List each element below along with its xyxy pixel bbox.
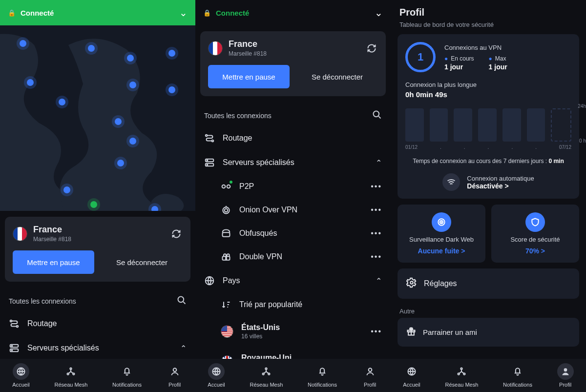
connection-server: Marseille #818 (229, 50, 267, 57)
chart-xend: 07/12 (559, 144, 571, 150)
nav-mesh[interactable]: Réseau Mesh (54, 363, 87, 388)
obfuscated-item[interactable]: Obfusqués ••• (195, 222, 391, 245)
p2p-item[interactable]: P2P ••• (195, 175, 391, 198)
tile-score[interactable]: Score de sécurité 70% > (491, 205, 579, 263)
nav-profile[interactable]: Profil (167, 363, 183, 388)
connection-server: Marseille #818 (33, 236, 71, 243)
pause-button[interactable]: Mettre en pause (208, 65, 290, 88)
chevron-down-icon[interactable]: ⌄ (179, 7, 188, 19)
svg-point-36 (441, 222, 442, 223)
nav-home[interactable]: Accueil (208, 363, 225, 388)
wifi-icon (442, 173, 460, 191)
search-icon[interactable] (177, 295, 187, 307)
country-us-sub: 16 villes (241, 333, 280, 340)
server-point[interactable] (127, 55, 134, 62)
server-point-connected[interactable] (90, 201, 97, 208)
server-point[interactable] (88, 45, 95, 52)
pause-button[interactable]: Mettre en pause (13, 250, 94, 274)
nav-mesh[interactable]: Réseau Mesh (445, 363, 478, 388)
auto-label: Connexion automatique (467, 175, 534, 182)
bell-icon (509, 363, 526, 380)
status-text: Connecté (21, 9, 179, 17)
server-point[interactable] (63, 186, 70, 193)
gift-icon (406, 327, 416, 338)
legend-current-label: En cours (451, 55, 474, 62)
refresh-icon[interactable] (365, 42, 378, 55)
chevron-down-icon[interactable]: ⌄ (375, 7, 383, 19)
nav-mesh[interactable]: Réseau Mesh (250, 363, 283, 388)
more-icon[interactable]: ••• (371, 229, 382, 238)
status-text: Connecté (216, 9, 375, 17)
chart-bar (405, 108, 424, 142)
gear-icon (406, 277, 417, 290)
refresh-icon[interactable] (170, 227, 183, 240)
server-map[interactable] (0, 25, 195, 211)
nav-home-label: Accueil (208, 382, 225, 388)
server-point[interactable] (115, 118, 122, 125)
nav-profile[interactable]: Profil (557, 363, 574, 388)
onion-item[interactable]: Onion Over VPN ••• (195, 198, 391, 222)
server-point[interactable] (168, 86, 175, 93)
vpn-conn-label: Connexions au VPN (444, 44, 571, 51)
status-bar[interactable]: 🔒 Connecté ⌄ (0, 0, 195, 25)
routing-item[interactable]: Routage (0, 311, 195, 336)
sort-label: Trié par popularité (239, 300, 302, 309)
lock-icon: 🔒 (8, 9, 16, 17)
chart-bar-today (551, 108, 571, 142)
specialized-servers-item[interactable]: Serveurs spécialisés ⌃ (195, 150, 391, 175)
flag-us-icon (221, 325, 233, 338)
status-bar[interactable]: 🔒 Connecté ⌄ (195, 0, 391, 25)
double-label: Double VPN (239, 252, 282, 261)
more-icon[interactable]: ••• (371, 206, 382, 214)
tile-darkweb[interactable]: Surveillance Dark Web Aucune fuite > (398, 205, 485, 263)
server-point[interactable] (20, 40, 26, 47)
nav-home[interactable]: Accueil (403, 363, 420, 388)
countries-item[interactable]: Pays ⌃ (195, 268, 391, 293)
refer-label: Parrainer un ami (423, 328, 477, 336)
nav-notifications[interactable]: Notifications (112, 363, 142, 388)
sort-item[interactable]: Trié par popularité (195, 293, 391, 316)
settings-row[interactable]: Réglages (398, 268, 579, 299)
all-connections-label: Toutes les connexions (204, 112, 272, 120)
server-point[interactable] (129, 82, 136, 88)
nav-notif-label: Notifications (503, 382, 532, 388)
country-us-item[interactable]: États-Unis 16 villes ••• (195, 316, 391, 347)
more-icon[interactable]: ••• (371, 182, 382, 191)
svg-point-34 (438, 219, 444, 225)
obfuscated-icon (221, 228, 231, 238)
server-point[interactable] (27, 79, 34, 86)
svg-point-13 (173, 368, 176, 371)
nav-profile[interactable]: Profil (362, 363, 378, 388)
nav-notifications[interactable]: Notifications (308, 363, 337, 388)
more-icon[interactable]: ••• (371, 252, 382, 261)
specialized-servers-item[interactable]: Serveurs spécialisés ⌃ (0, 336, 195, 360)
search-icon[interactable] (372, 110, 382, 121)
server-point[interactable] (59, 99, 65, 105)
nav-notifications[interactable]: Notifications (503, 363, 532, 388)
svg-point-2 (17, 326, 19, 328)
bottom-nav: Accueil Réseau Mesh Notifications Profil (195, 359, 391, 392)
onion-icon (221, 205, 231, 215)
country-us-name: États-Unis (241, 323, 280, 332)
server-point[interactable] (151, 206, 158, 211)
nav-home[interactable]: Accueil (12, 363, 29, 388)
servers-icon (204, 157, 215, 168)
routing-item[interactable]: Routage (195, 126, 391, 150)
chart-bar (478, 108, 497, 142)
disconnect-button[interactable]: Se déconnecter (101, 250, 183, 274)
server-point[interactable] (168, 50, 175, 57)
shield-icon (525, 212, 545, 232)
auto-connect-row[interactable]: Connexion automatique Désactivée > (405, 173, 571, 191)
svg-point-19 (207, 160, 208, 161)
double-vpn-item[interactable]: Double VPN ••• (195, 245, 391, 268)
mesh-icon (453, 363, 470, 380)
server-point[interactable] (129, 138, 136, 144)
refer-friend-item[interactable]: Parrainer un ami (398, 318, 579, 347)
server-point[interactable] (117, 160, 124, 166)
panel-home-list: 🔒 Connecté ⌄ France Marseille #818 Mettr… (195, 0, 391, 392)
disconnect-button[interactable]: Se déconnecter (296, 65, 378, 88)
routing-label: Routage (223, 134, 252, 143)
more-icon[interactable]: ••• (371, 327, 382, 336)
p2p-label: P2P (239, 182, 254, 191)
svg-point-22 (227, 185, 230, 188)
